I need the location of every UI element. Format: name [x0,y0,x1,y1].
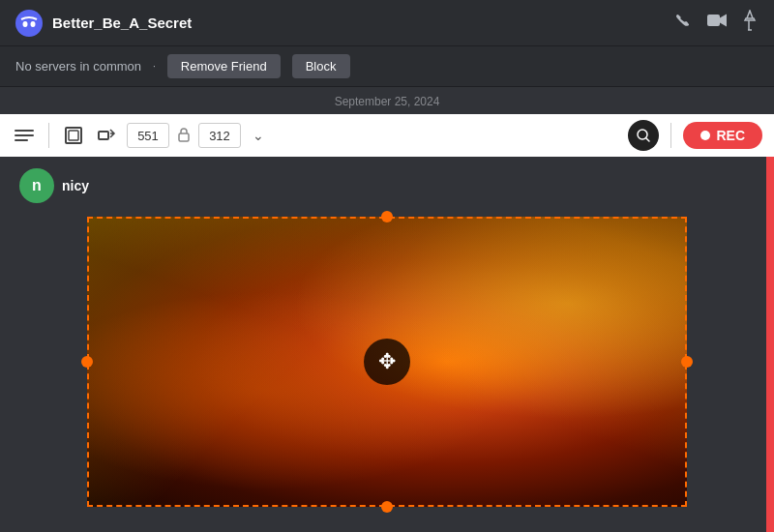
resize-handle-right[interactable] [681,356,693,368]
frame-icon-button[interactable] [61,123,86,148]
svg-rect-10 [179,133,189,141]
search-icon-button[interactable] [628,120,659,151]
avatar: n [19,168,54,203]
svg-rect-5 [15,134,34,136]
toolbar-separator-1 [48,123,49,148]
discord-logo-icon [15,10,43,37]
move-cursor[interactable]: ✥ [364,339,410,385]
move-cursor-icon: ✥ [378,349,396,374]
svg-rect-6 [15,139,28,141]
svg-rect-3 [707,15,720,26]
svg-rect-4 [15,130,34,132]
no-servers-text: No servers in common [15,59,141,74]
resize-icon-button[interactable] [94,123,119,148]
rec-label: REC [716,128,745,143]
avatar-initial: n [32,177,42,194]
chevron-down-button[interactable]: ⌄ [249,126,268,145]
width-input[interactable] [127,123,169,148]
dot-separator: · [153,61,156,72]
list-icon-button[interactable] [12,125,37,146]
toolbar: ⌄ REC [0,114,774,157]
video-icon[interactable] [706,13,728,33]
username-label: nicy [62,178,89,193]
resize-handle-bottom[interactable] [381,501,393,513]
title-bar: Better_Be_A_Secret [0,0,774,46]
pin-icon[interactable] [741,10,759,36]
rec-dot-icon [700,131,710,140]
right-accent-bar [766,157,774,532]
svg-point-2 [31,21,36,27]
height-input[interactable] [198,123,241,148]
toolbar-separator-2 [670,123,671,148]
phone-icon[interactable] [673,11,693,35]
remove-friend-button[interactable]: Remove Friend [167,54,281,78]
date-text: September 25, 2024 [335,95,440,108]
resize-handle-top[interactable] [381,211,393,222]
rec-button[interactable]: REC [683,122,762,149]
lock-icon [177,127,191,145]
window-title: Better_Be_A_Secret [52,15,673,31]
main-content: n nicy ✥ [0,157,774,532]
svg-rect-9 [99,132,108,139]
title-bar-actions [673,10,759,36]
selection-wrapper: ✥ [87,217,687,507]
user-bar: No servers in common · Remove Friend Blo… [0,46,774,87]
svg-point-0 [15,10,43,37]
resize-handle-left[interactable] [81,356,93,368]
user-row: n nicy [19,168,89,203]
svg-rect-8 [69,131,78,140]
svg-point-1 [23,21,28,27]
block-button[interactable]: Block [292,54,350,78]
date-label: September 25, 2024 [0,87,774,114]
